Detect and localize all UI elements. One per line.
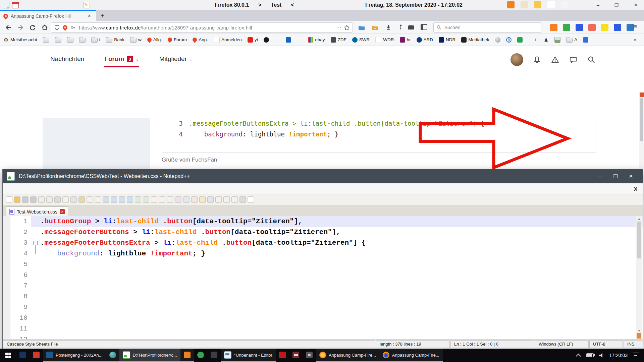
- ext-v-blue-2[interactable]: [614, 24, 621, 31]
- sync-scroll-h[interactable]: [143, 196, 149, 203]
- bookmark-item[interactable]: WDR: [375, 37, 394, 43]
- bookmark-item[interactable]: [543, 37, 549, 43]
- indent-guide[interactable]: [167, 196, 173, 203]
- forward-icon[interactable]: [17, 24, 24, 31]
- taskbar-item[interactable]: [289, 349, 303, 362]
- clapperboard-icon[interactable]: [408, 24, 415, 30]
- npp-close-button[interactable]: ✕: [623, 169, 639, 183]
- conversations-chat-icon[interactable]: [569, 55, 578, 64]
- downloads-folder-icon[interactable]: [372, 24, 378, 31]
- ext-red[interactable]: [588, 24, 596, 31]
- url-bar[interactable]: https://www.camp-firefox.de/forum/thema/…: [51, 22, 353, 33]
- taskbar-item[interactable]: [194, 349, 207, 362]
- bookmark-item[interactable]: ZDF: [331, 37, 346, 43]
- zoom-out[interactable]: [127, 196, 133, 203]
- browser-tab-active[interactable]: Anpassung Camp-Firefox Hil ✕: [0, 10, 96, 21]
- clean-addon-icon[interactable]: [521, 1, 528, 8]
- npp-tab-close-icon[interactable]: ✕: [60, 209, 65, 214]
- window-minimize-button[interactable]: –: [590, 0, 606, 10]
- taskbar-item[interactable]: [30, 349, 43, 362]
- url-overflow-icon[interactable]: ⋯: [334, 24, 344, 31]
- bookmarks-overflow-icon[interactable]: »: [634, 37, 641, 43]
- taskbar-item[interactable]: [207, 349, 221, 362]
- hamburger-menu-icon[interactable]: ≡: [633, 23, 637, 31]
- status-encoding[interactable]: UTF-8: [589, 340, 623, 348]
- reload-icon[interactable]: [29, 24, 36, 31]
- scroll-down-icon[interactable]: ▼: [636, 329, 642, 333]
- ext-orange[interactable]: [550, 24, 557, 31]
- key-icon[interactable]: [70, 24, 76, 31]
- code-line[interactable]: 4 background: lightblue !important; }: [3, 248, 643, 259]
- zoom-in[interactable]: [119, 196, 125, 203]
- npp-minimize-button[interactable]: –: [592, 169, 608, 183]
- notifications-bell-icon[interactable]: [533, 55, 541, 64]
- bookmark-item[interactable]: [67, 37, 73, 43]
- tray-expand-icon[interactable]: [576, 353, 581, 359]
- find[interactable]: [103, 196, 109, 203]
- nav-mitglieder[interactable]: Mitglieder ⌄: [159, 55, 193, 67]
- undo[interactable]: [87, 196, 93, 203]
- save-all[interactable]: [30, 196, 37, 203]
- ext-css-yellow[interactable]: [601, 24, 608, 31]
- close[interactable]: [38, 196, 45, 203]
- npp-restore-button[interactable]: ❐: [608, 169, 623, 183]
- nav-forum[interactable]: Forum 3 ⌄: [104, 55, 139, 67]
- tab-close-icon[interactable]: ✕: [86, 13, 93, 19]
- bookmark-item[interactable]: [495, 37, 500, 43]
- pin-tool-icon[interactable]: [398, 24, 404, 31]
- bookmark-item[interactable]: [583, 37, 588, 43]
- new-file[interactable]: [6, 196, 12, 203]
- cfs-addon-icon[interactable]: [547, 1, 555, 8]
- ext-globe-blue[interactable]: [627, 24, 634, 31]
- bookmark-item[interactable]: Bank: [106, 37, 124, 43]
- bookmark-item[interactable]: ARD: [417, 37, 433, 43]
- save[interactable]: [22, 196, 29, 203]
- save-macro[interactable]: [239, 196, 246, 203]
- bookmark-item[interactable]: Meistbesucht: [3, 37, 37, 43]
- ext-v-blue[interactable]: [576, 24, 583, 31]
- notepadpp-titlebar[interactable]: D:\Test\Profilordner\chrome\CSSWeb\Test …: [3, 169, 643, 183]
- show-all-chars[interactable]: [159, 196, 165, 203]
- forum-search-icon[interactable]: [587, 55, 596, 64]
- cut[interactable]: [62, 196, 69, 203]
- bookmark-star-icon[interactable]: [344, 24, 350, 31]
- copy[interactable]: [70, 196, 77, 203]
- code-line[interactable]: 1.buttonGroup > li:last-child .button[da…: [3, 216, 643, 227]
- paste[interactable]: [78, 196, 85, 203]
- npp-doc-close-x[interactable]: X: [634, 186, 637, 192]
- taskbar-item[interactable]: Anpassung Camp-Fire...: [379, 349, 443, 362]
- bookmark-item[interactable]: [79, 37, 86, 43]
- user-language[interactable]: [175, 196, 181, 203]
- bookmark-item[interactable]: Allg.: [147, 37, 162, 42]
- code-line[interactable]: 12: [3, 334, 643, 339]
- function-list[interactable]: [191, 196, 198, 203]
- code-line[interactable]: 3.messageFooterButtonsExtra > li:last-ch…: [162, 118, 596, 129]
- record-macro[interactable]: [215, 196, 222, 203]
- doc-switcher[interactable]: [183, 196, 190, 203]
- scroll-up-icon[interactable]: ▲: [636, 217, 642, 221]
- bookmark-item[interactable]: [264, 37, 269, 43]
- bookmark-item[interactable]: t.: [528, 37, 538, 43]
- word-wrap[interactable]: [151, 196, 157, 203]
- bookmark-item[interactable]: [55, 37, 61, 43]
- taskbar-item[interactable]: [16, 349, 30, 362]
- home-icon[interactable]: [41, 24, 48, 31]
- doc-map[interactable]: [207, 196, 214, 203]
- code-line[interactable]: 6: [3, 270, 643, 281]
- reload-addon-icon[interactable]: [507, 1, 515, 8]
- tab-addon-icon[interactable]: [12, 2, 19, 8]
- taskbar-item[interactable]: Posteingang - 2002An...: [43, 349, 106, 362]
- close-all[interactable]: [46, 196, 53, 203]
- bookmark-item[interactable]: A: [566, 37, 577, 43]
- bookmark-item[interactable]: [506, 37, 512, 43]
- open-folder[interactable]: [14, 196, 20, 203]
- code-line[interactable]: 11: [3, 323, 643, 334]
- window-restore-button[interactable]: ❐: [609, 0, 624, 10]
- taskbar-item[interactable]: [180, 349, 194, 362]
- notes-icon[interactable]: [83, 2, 90, 8]
- code-line[interactable]: 7: [3, 281, 643, 291]
- bookmark-item[interactable]: Anp.: [193, 37, 208, 42]
- bookmark-item[interactable]: w: [130, 37, 142, 43]
- bookmark-item[interactable]: NDR: [439, 37, 455, 43]
- bookmark-item[interactable]: [275, 37, 280, 43]
